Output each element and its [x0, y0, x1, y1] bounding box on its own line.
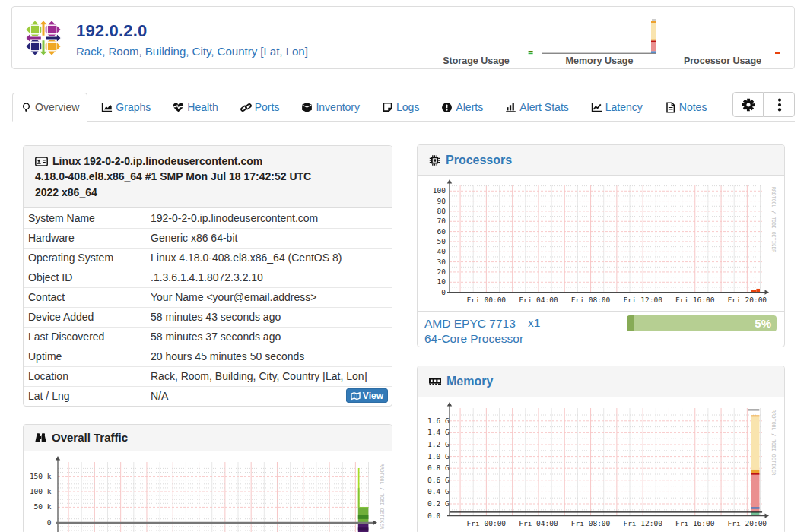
tab-ports[interactable]: Ports	[232, 93, 288, 122]
info-row-uptime: Uptime20 hours 45 minutes 50 seconds	[24, 347, 392, 366]
tab-label: Latency	[605, 101, 643, 113]
tab-label: Logs	[396, 101, 419, 113]
info-row-last-discovered: Last Discovered58 minutes 37 seconds ago	[24, 327, 392, 347]
view-location-button[interactable]: View	[346, 388, 388, 403]
tab-link[interactable]: Logs	[373, 93, 427, 122]
tab-label: Ports	[255, 101, 280, 113]
mini-graph-processor-usage[interactable]: Processor Usage	[666, 19, 780, 66]
svg-text:Fri 04:00: Fri 04:00	[519, 296, 558, 304]
svg-text:Fri 12:00: Fri 12:00	[623, 296, 662, 304]
svg-text:70: 70	[437, 217, 446, 225]
overall-traffic-card: Overall Traffic 050 k100 k150 kRRDTOOL /…	[23, 424, 392, 532]
cpu-usage-percent: 5%	[755, 315, 771, 331]
overall-traffic-title: Overall Traffic	[52, 431, 128, 444]
tab-latency[interactable]: Latency	[583, 93, 651, 122]
info-value: 192-0-2-0.ip.linodeusercontent.com	[151, 212, 387, 224]
info-row-operating-system: Operating SystemLinux 4.18.0-408.el8.x86…	[24, 248, 392, 268]
device-tabs: OverviewGraphsHealthPortsInventoryLogsAl…	[12, 93, 795, 122]
tab-label: Notes	[679, 101, 707, 113]
svg-text:Fri 00:00: Fri 00:00	[467, 296, 507, 304]
note-icon	[665, 102, 676, 113]
info-label: Operating System	[28, 252, 151, 264]
cpu-count[interactable]: x1	[528, 316, 540, 330]
info-row-hardware: HardwareGeneric x86 64-bit	[24, 228, 392, 248]
svg-text:100: 100	[433, 186, 446, 195]
settings-button[interactable]	[732, 92, 764, 117]
info-value: 58 minutes 37 seconds ago	[151, 331, 387, 343]
tab-notes[interactable]: Notes	[656, 93, 716, 122]
info-value: Rack, Room, Building, City, Country [Lat…	[151, 370, 387, 382]
svg-text:0.2 G: 0.2 G	[427, 499, 450, 508]
device-titles: 192.0.2.0 Rack, Room, Building, City, Co…	[76, 21, 308, 58]
map-icon	[351, 391, 361, 401]
tab-link[interactable]: Ports	[232, 93, 288, 122]
mini-graph-label: Processor Usage	[666, 55, 780, 66]
tab-link[interactable]: Inventory	[293, 93, 368, 122]
svg-text:1.4 G: 1.4 G	[427, 428, 450, 436]
svg-text:150 k: 150 k	[30, 471, 52, 480]
tab-action-buttons	[732, 92, 795, 117]
svg-text:90: 90	[437, 197, 446, 205]
tab-link[interactable]: Latency	[583, 93, 651, 122]
chart-line-icon	[591, 102, 602, 113]
cpu-usage-bar: 5%	[627, 315, 777, 331]
storage-mini[interactable]	[419, 19, 533, 55]
mini-graph-label: Storage Usage	[419, 55, 533, 66]
tab-graphs[interactable]: Graphs	[93, 93, 159, 122]
cpu-name-link[interactable]: AMD EPYC 7713 64-Core Processor	[424, 316, 525, 346]
mini-graph-storage-usage[interactable]: Storage Usage	[419, 19, 533, 66]
svg-text:0.6 G: 0.6 G	[427, 475, 450, 483]
tab-link[interactable]: Overview	[12, 93, 87, 122]
right-column: Processors 0102030405060708090100Fri 00:…	[417, 144, 785, 532]
mini-graph-memory-usage[interactable]: Memory Usage	[542, 19, 656, 66]
info-row-contact: ContactYour Name <your@email.address>	[24, 287, 392, 307]
memory-mini[interactable]	[542, 19, 656, 55]
info-row-location: LocationRack, Room, Building, City, Coun…	[24, 366, 392, 386]
cpu-usage-bar-fill	[627, 315, 634, 331]
memory-header: Memory	[418, 366, 784, 397]
tab-link[interactable]: Health	[164, 93, 226, 122]
svg-text:RRDTOOL / TOBI OETIKER: RRDTOOL / TOBI OETIKER	[770, 410, 777, 475]
info-label: Device Added	[28, 311, 151, 323]
chart-bar-icon	[505, 102, 516, 113]
link-icon	[240, 102, 252, 113]
svg-text:0: 0	[441, 288, 446, 296]
tab-link[interactable]: Graphs	[93, 93, 159, 122]
info-value: .1.3.6.1.4.1.8072.3.2.10	[151, 271, 387, 283]
device-location-link[interactable]: Rack, Room, Building, City, Country [Lat…	[76, 45, 308, 58]
cube-icon	[301, 102, 313, 113]
processor-row: AMD EPYC 7713 64-Core Processor x1 5%	[418, 311, 784, 347]
info-row-device-added: Device Added58 minutes 43 seconds ago	[24, 307, 392, 327]
device-info-table: System Name192-0-2-0.ip.linodeuserconten…	[24, 208, 392, 406]
memory-graph[interactable]: 0.00.2 G0.4 G0.6 G0.8 G1.0 G1.2 G1.4 G1.…	[418, 397, 784, 532]
kebab-icon	[777, 98, 782, 112]
tab-health[interactable]: Health	[164, 93, 226, 122]
address-card-icon	[35, 156, 48, 167]
mini-graph-label: Memory Usage	[542, 55, 656, 66]
tab-overview[interactable]: Overview	[12, 93, 87, 122]
svg-text:Fri 16:00: Fri 16:00	[675, 518, 715, 527]
svg-text:60: 60	[437, 227, 446, 236]
svg-text:Fri 08:00: Fri 08:00	[571, 296, 611, 304]
heartbeat-icon	[173, 102, 184, 113]
tab-alerts[interactable]: Alerts	[433, 93, 491, 122]
svg-text:80: 80	[437, 207, 446, 215]
more-button[interactable]	[764, 92, 795, 117]
svg-text:0.4 G: 0.4 G	[427, 487, 450, 496]
tab-link[interactable]: Alert Stats	[497, 93, 577, 122]
svg-text:Fri 20:00: Fri 20:00	[728, 518, 767, 527]
svg-text:RRDTOOL / TOBI OETIKER: RRDTOOL / TOBI OETIKER	[379, 464, 385, 529]
tab-logs[interactable]: Logs	[373, 93, 427, 122]
tab-link[interactable]: Alerts	[433, 93, 491, 122]
processors-graph[interactable]: 0102030405060708090100Fri 00:00Fri 04:00…	[418, 176, 784, 311]
overall-traffic-graph[interactable]: 050 k100 k150 kRRDTOOL / TOBI OETIKER	[24, 451, 392, 532]
tab-link[interactable]: Notes	[656, 93, 716, 122]
tab-inventory[interactable]: Inventory	[293, 93, 368, 122]
tab-alert-stats[interactable]: Alert Stats	[497, 93, 577, 122]
svg-text:0: 0	[47, 518, 52, 527]
processor-mini[interactable]	[666, 19, 780, 55]
svg-text:50: 50	[437, 237, 446, 245]
memory-card: Memory 0.00.2 G0.4 G0.6 G0.8 G1.0 G1.2 G…	[417, 366, 785, 532]
device-title[interactable]: 192.0.2.0	[76, 21, 308, 41]
centos-logo-icon	[25, 20, 62, 56]
